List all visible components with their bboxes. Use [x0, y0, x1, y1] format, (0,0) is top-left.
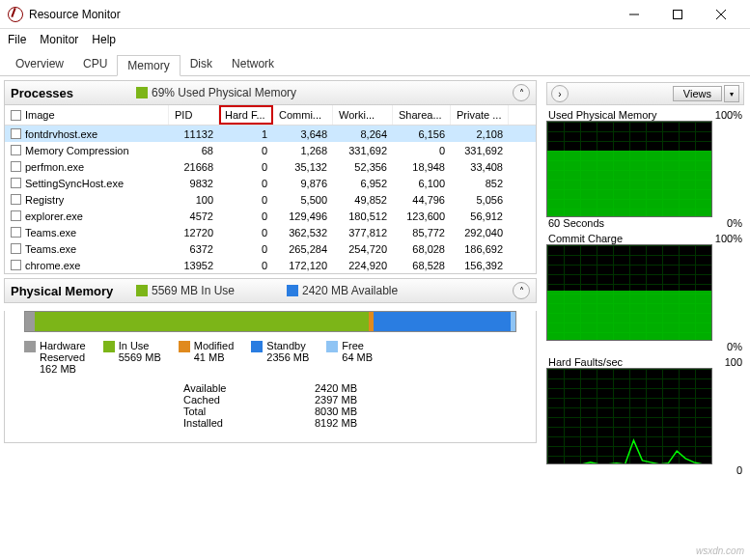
- checkbox[interactable]: [11, 227, 21, 238]
- maximize-button[interactable]: [655, 1, 699, 28]
- checkbox[interactable]: [11, 128, 21, 139]
- menu-monitor[interactable]: Monitor: [40, 33, 78, 46]
- cell-image: Memory Compression: [25, 145, 129, 156]
- menu-file[interactable]: File: [8, 33, 26, 46]
- stat-installed-v: 8192 MB: [315, 417, 357, 429]
- cell-hard: 0: [219, 227, 273, 238]
- table-row[interactable]: fontdrvhost.exe 11132 1 3,648 8,264 6,15…: [5, 126, 536, 142]
- cell-working: 180,512: [333, 210, 393, 222]
- checkbox[interactable]: [11, 210, 21, 221]
- chart-used-physical-memory: [546, 121, 712, 217]
- checkbox-all[interactable]: [11, 110, 21, 121]
- stat-cached-k: Cached: [183, 394, 220, 406]
- cell-sharea: 68,528: [393, 260, 451, 271]
- col-private[interactable]: Private ...: [451, 105, 509, 125]
- views-button[interactable]: Views: [673, 86, 722, 101]
- memory-legend: HardwareReserved162 MBIn Use5569 MBModif…: [5, 340, 536, 375]
- legend-item-hw: HardwareReserved162 MB: [24, 340, 86, 375]
- table-row[interactable]: SettingSyncHost.exe 9832 0 9,876 6,952 6…: [5, 175, 536, 191]
- cell-pid: 13952: [169, 260, 219, 271]
- chevron-up-icon[interactable]: ˄: [513, 282, 530, 299]
- checkbox[interactable]: [11, 145, 21, 155]
- stat-available-k: Available: [183, 382, 226, 394]
- table-row[interactable]: chrome.exe 13952 0 172,120 224,920 68,52…: [5, 257, 536, 273]
- cell-image: Teams.exe: [25, 243, 76, 255]
- chevron-up-icon[interactable]: ˄: [513, 84, 530, 101]
- cell-working: 6,952: [333, 178, 393, 189]
- col-commit[interactable]: Commi...: [273, 105, 333, 125]
- cell-hard: 0: [219, 210, 273, 222]
- table-header: Image PID Hard F... Commi... Worki... Sh…: [5, 105, 536, 126]
- tab-overview[interactable]: Overview: [6, 54, 73, 75]
- col-working[interactable]: Worki...: [333, 105, 393, 125]
- close-button[interactable]: [699, 1, 742, 28]
- physmem-inuse-swatch: [136, 285, 148, 296]
- table-row[interactable]: Teams.exe 6372 0 265,284 254,720 68,028 …: [5, 240, 536, 257]
- col-shareable[interactable]: Sharea...: [393, 105, 451, 125]
- legend-value: 162 MB: [40, 363, 86, 375]
- cell-sharea: 6,156: [393, 128, 451, 140]
- legend-swatch: [326, 341, 338, 352]
- minimize-button[interactable]: [612, 1, 655, 28]
- checkbox[interactable]: [11, 161, 21, 172]
- physmem-title: Physical Memory: [11, 284, 136, 298]
- chart-hard-faults: [546, 368, 712, 464]
- chart-commit-charge: [546, 244, 712, 341]
- cell-private: 186,692: [451, 243, 509, 255]
- cell-image: perfmon.exe: [25, 161, 84, 173]
- legend-label: In Use: [119, 340, 161, 351]
- legend-value: 41 MB: [194, 351, 235, 363]
- right-panel-header: › Views ▾: [546, 82, 744, 105]
- table-row[interactable]: explorer.exe 4572 0 129,496 180,512 123,…: [5, 208, 536, 224]
- cell-hard: 1: [219, 128, 273, 140]
- cell-commit: 35,132: [273, 161, 333, 173]
- cell-private: 292,040: [451, 227, 509, 238]
- checkbox[interactable]: [11, 178, 21, 188]
- checkbox[interactable]: [11, 243, 21, 254]
- legend-item-inuse: In Use5569 MB: [103, 340, 161, 375]
- table-row[interactable]: Teams.exe 12720 0 362,532 377,812 85,772…: [5, 224, 536, 240]
- cell-private: 331,692: [451, 145, 509, 156]
- cell-commit: 9,876: [273, 178, 333, 189]
- views-dropdown-icon[interactable]: ▾: [724, 85, 739, 102]
- legend-value: 5569 MB: [119, 351, 161, 363]
- legend-swatch: [251, 341, 263, 352]
- col-image[interactable]: Image: [25, 109, 55, 121]
- stat-installed-k: Installed: [183, 417, 223, 429]
- physmem-avail-swatch: [287, 285, 298, 296]
- col-pid[interactable]: PID: [169, 105, 219, 125]
- cell-image: Registry: [25, 194, 64, 206]
- tab-memory[interactable]: Memory: [117, 55, 180, 76]
- cell-sharea: 18,948: [393, 161, 451, 173]
- chart3-title: Hard Faults/sec: [548, 356, 623, 368]
- cell-hard: 0: [219, 243, 273, 255]
- app-icon: [8, 7, 23, 22]
- checkbox[interactable]: [11, 194, 21, 205]
- cell-working: 49,852: [333, 194, 393, 206]
- stat-cached-v: 2397 MB: [315, 394, 357, 406]
- cell-working: 331,692: [333, 145, 393, 156]
- legend-item-free: Free64 MB: [326, 340, 373, 375]
- cell-hard: 0: [219, 194, 273, 206]
- col-hard-faults[interactable]: Hard F...: [219, 105, 273, 125]
- cell-working: 254,720: [333, 243, 393, 255]
- checkbox[interactable]: [11, 260, 21, 270]
- tab-cpu[interactable]: CPU: [73, 54, 117, 75]
- tab-network[interactable]: Network: [222, 54, 284, 75]
- legend-item-mod: Modified41 MB: [179, 340, 235, 375]
- tab-disk[interactable]: Disk: [181, 54, 222, 75]
- table-row[interactable]: perfmon.exe 21668 0 35,132 52,356 18,948…: [5, 158, 536, 175]
- cell-commit: 1,268: [273, 145, 333, 156]
- chevron-right-icon[interactable]: ›: [551, 85, 569, 102]
- physmem-header[interactable]: Physical Memory 5569 MB In Use 2420 MB A…: [4, 278, 537, 303]
- processes-header[interactable]: Processes 69% Used Physical Memory ˄: [4, 80, 537, 105]
- cell-working: 8,264: [333, 128, 393, 140]
- table-row[interactable]: Registry 100 0 5,500 49,852 44,796 5,056: [5, 191, 536, 208]
- cell-private: 33,408: [451, 161, 509, 173]
- cell-image: chrome.exe: [25, 260, 80, 271]
- cell-hard: 0: [219, 260, 273, 271]
- table-row[interactable]: Memory Compression 68 0 1,268 331,692 0 …: [5, 142, 536, 158]
- legend-label: Modified: [194, 340, 235, 351]
- cell-commit: 5,500: [273, 194, 333, 206]
- menu-help[interactable]: Help: [92, 33, 116, 46]
